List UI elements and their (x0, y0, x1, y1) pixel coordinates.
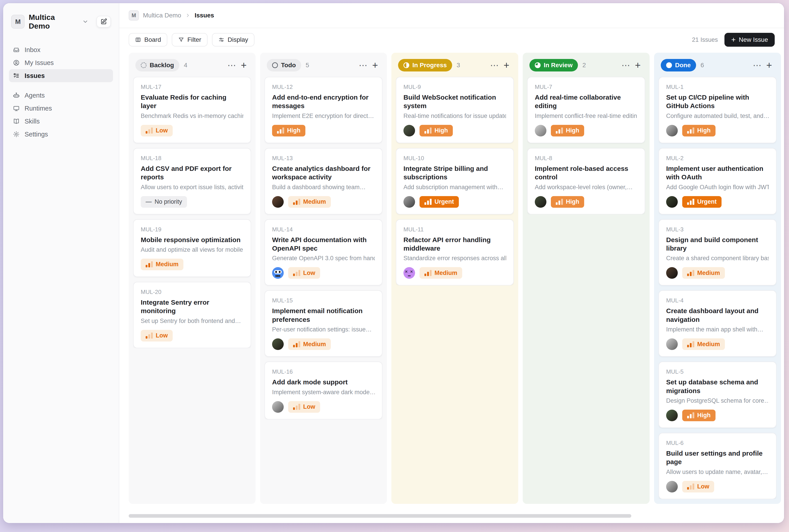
horizontal-scrollbar[interactable] (129, 514, 631, 518)
issue-title: Mobile responsive optimization (141, 235, 244, 244)
issue-description: Design PostgreSQL schema for core… (666, 397, 769, 404)
board-column: In Review 2 ⋯ + MUL-7 Add real-time coll… (523, 53, 650, 504)
board-view-button[interactable]: Board (129, 33, 167, 46)
issue-card[interactable]: MUL-15 Implement email notification pref… (264, 290, 382, 357)
column-more-button[interactable]: ⋯ (488, 61, 501, 70)
issue-card[interactable]: MUL-10 Integrate Stripe billing and subs… (396, 148, 514, 214)
workspace-switcher[interactable]: M Multica Demo (9, 12, 113, 32)
issue-card[interactable]: MUL-4 Create dashboard layout and naviga… (659, 290, 776, 357)
sidebar-item-label: My Issues (24, 59, 54, 66)
compose-button[interactable] (96, 16, 111, 27)
status-icon (403, 62, 409, 68)
column-count: 4 (184, 62, 187, 69)
priority-label: Low (303, 403, 315, 410)
column-header: In Review 2 ⋯ + (527, 57, 645, 77)
assignee-avatar (666, 125, 678, 136)
column-cards: MUL-7 Add real-time collaborative editin… (527, 77, 645, 214)
priority-label: High (434, 127, 448, 134)
issue-description: Create a shared component library base… (666, 255, 769, 262)
column-add-button[interactable]: + (239, 60, 249, 70)
issue-card[interactable]: MUL-3 Design and build component library… (659, 219, 776, 286)
sidebar-item-runtimes[interactable]: Runtimes (9, 102, 113, 115)
column-add-button[interactable]: + (370, 60, 380, 70)
column-more-button[interactable]: ⋯ (225, 61, 239, 70)
display-button[interactable]: Display (212, 33, 255, 46)
issue-key: MUL-19 (141, 226, 244, 233)
app-window: M Multica Demo Inbox (3, 3, 784, 523)
priority-label: Low (697, 483, 709, 490)
issue-meta: — Medium (666, 267, 769, 279)
issue-meta: — Low (666, 481, 769, 492)
priority-icon (687, 199, 694, 205)
issue-card[interactable]: MUL-18 Add CSV and PDF export for report… (133, 148, 251, 214)
sidebar-item-my-issues[interactable]: My Issues (9, 56, 113, 69)
issue-card[interactable]: MUL-19 Mobile responsive optimization Au… (133, 219, 251, 277)
priority-badge: — Medium (288, 196, 331, 208)
sidebar-item-skills[interactable]: Skills (9, 115, 113, 128)
chevron-down-icon (82, 19, 89, 25)
issue-title: Refactor API error handling middleware (403, 235, 506, 253)
issue-card[interactable]: MUL-7 Add real-time collaborative editin… (527, 77, 645, 143)
sidebar-item-inbox[interactable]: Inbox (9, 43, 113, 56)
column-add-button[interactable]: + (501, 60, 511, 70)
assignee-avatar (272, 401, 284, 413)
board-columns-icon (135, 37, 141, 43)
priority-badge: — High (682, 125, 715, 136)
issue-key: MUL-11 (403, 226, 506, 233)
issue-card[interactable]: MUL-13 Create analytics dashboard for wo… (264, 148, 382, 214)
issue-card[interactable]: MUL-12 Add end-to-end encryption for mes… (264, 77, 382, 143)
issue-card[interactable]: MUL-20 Integrate Sentry error monitoring… (133, 282, 251, 348)
issue-title: Implement user authentication with OAuth (666, 164, 769, 182)
priority-badge: — Medium (288, 338, 331, 350)
breadcrumb-workspace[interactable]: Multica Demo (143, 12, 181, 19)
issue-key: MUL-4 (666, 297, 769, 304)
column-more-button[interactable]: ⋯ (619, 61, 633, 70)
issue-meta: — Medium (666, 338, 769, 350)
priority-label: Medium (697, 270, 720, 277)
priority-label: Medium (303, 341, 326, 348)
column-more-button[interactable]: ⋯ (357, 61, 370, 70)
assignee-avatar (403, 125, 415, 136)
issue-key: MUL-16 (272, 368, 375, 375)
column-status-badge: In Progress (398, 59, 452, 72)
priority-badge: — Low (288, 401, 320, 413)
board-column: Backlog 4 ⋯ + MUL-17 Evaluate Redis for … (129, 53, 256, 504)
issue-card[interactable]: MUL-2 Implement user authentication with… (659, 148, 776, 214)
issue-card[interactable]: MUL-14 Write API documentation with Open… (264, 219, 382, 286)
sidebar-item-settings[interactable]: Settings (9, 128, 113, 141)
issue-description: Allow users to export issue lists, activ… (141, 184, 244, 191)
column-add-button[interactable]: + (633, 60, 643, 70)
sidebar-item-issues[interactable]: Issues (9, 69, 113, 82)
issue-description: Generate OpenAPI 3.0 spec from handl… (272, 255, 375, 262)
issue-card[interactable]: MUL-6 Build user settings and profile pa… (659, 433, 776, 499)
issue-description: Add subscription management with… (403, 184, 506, 191)
board-view-label: Board (144, 36, 161, 43)
inbox-icon (13, 46, 20, 53)
issue-meta: — High (535, 125, 638, 136)
issue-title: Integrate Sentry error monitoring (141, 298, 244, 315)
sidebar-item-agents[interactable]: Agents (9, 89, 113, 102)
issue-description: Real-time notifications for issue update… (403, 113, 506, 119)
new-issue-button[interactable]: + New Issue (725, 33, 775, 47)
priority-icon (146, 261, 153, 267)
column-add-button[interactable]: + (764, 60, 774, 70)
issue-title: Implement role-based access control (535, 164, 638, 182)
issues-count: 21 Issues (692, 36, 718, 43)
display-label: Display (228, 36, 248, 43)
issue-card[interactable]: MUL-11 Refactor API error handling middl… (396, 219, 514, 286)
issue-title: Add dark mode support (272, 378, 375, 386)
column-count: 2 (582, 62, 586, 69)
issue-card[interactable]: MUL-17 Evaluate Redis for caching layer … (133, 77, 251, 143)
issue-card[interactable]: MUL-5 Set up database schema and migrati… (659, 362, 776, 428)
issue-card[interactable]: MUL-9 Build WebSocket notification syste… (396, 77, 514, 143)
priority-icon (425, 270, 432, 276)
column-title: Todo (281, 62, 296, 69)
assignee-avatar (272, 267, 284, 279)
filter-button[interactable]: Filter (172, 33, 208, 46)
issue-card[interactable]: MUL-8 Implement role-based access contro… (527, 148, 645, 214)
column-more-button[interactable]: ⋯ (751, 61, 764, 70)
issue-description: Configure automated build, test, and… (666, 113, 769, 119)
issue-card[interactable]: MUL-16 Add dark mode support Implement s… (264, 362, 382, 419)
issue-card[interactable]: MUL-1 Set up CI/CD pipeline with GitHub … (659, 77, 776, 143)
issue-title: Create dashboard layout and navigation (666, 307, 769, 324)
